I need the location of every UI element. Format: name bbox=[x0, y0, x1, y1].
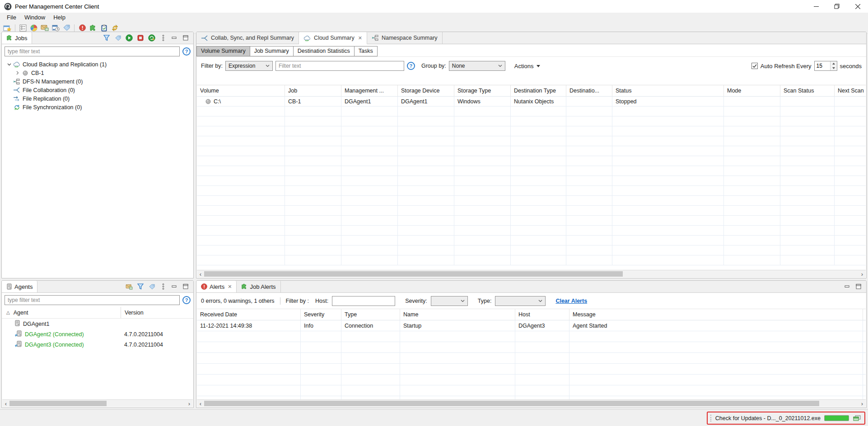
agents-hscrollbar[interactable]: ‹ › bbox=[2, 399, 193, 407]
agent-row-dgagent3-connected[interactable]: DGAgent3 (Connected)4.7.0.20211004 bbox=[2, 339, 193, 350]
editor-filter-text-input[interactable] bbox=[275, 61, 404, 71]
maximize-view-icon[interactable] bbox=[182, 282, 190, 291]
col-destination-type[interactable]: Destination Type bbox=[511, 85, 566, 96]
col-received-date[interactable]: Received Date bbox=[197, 309, 301, 320]
subtab-destination-statistics[interactable]: Destination Statistics bbox=[294, 46, 355, 56]
tree-collapse-icon[interactable] bbox=[5, 63, 13, 66]
col-status[interactable]: Status bbox=[612, 85, 724, 96]
subtab-job-summary[interactable]: Job Summary bbox=[250, 46, 294, 56]
tree-item-cb-1[interactable]: CB-1 bbox=[2, 69, 193, 77]
col-storage-type[interactable]: Storage Type bbox=[454, 85, 511, 96]
maximize-view-icon[interactable] bbox=[854, 282, 863, 291]
alerts-tab-job-alerts[interactable]: Job Alerts bbox=[237, 281, 280, 292]
menu-window[interactable]: Window bbox=[20, 13, 49, 22]
subtab-tasks[interactable]: Tasks bbox=[355, 46, 378, 56]
run-in-background-icon[interactable] bbox=[853, 415, 861, 422]
refresh-seconds-input[interactable] bbox=[815, 61, 830, 70]
agent-row-dgagent1[interactable]: DGAgent1 bbox=[2, 319, 193, 329]
new-job-icon[interactable] bbox=[2, 23, 12, 32]
cell-scan-status[interactable] bbox=[780, 97, 835, 106]
table-row[interactable]: C:\CB-1DGAgent1DGAgent1WindowsNutanix Ob… bbox=[197, 97, 866, 106]
editor-tab-collab-sync-and-repl-summary[interactable]: Collab, Sync, and Repl Summary bbox=[196, 32, 299, 44]
host-filter-input[interactable] bbox=[332, 296, 395, 306]
tree-expand-icon[interactable] bbox=[14, 71, 21, 75]
filter-funnel-icon[interactable] bbox=[103, 34, 111, 42]
actions-menu-button[interactable]: Actions bbox=[514, 63, 541, 69]
minimize-view-icon[interactable] bbox=[843, 282, 851, 291]
start-icon[interactable] bbox=[125, 34, 133, 42]
cell-next-scan[interactable] bbox=[835, 97, 866, 106]
col-storage-device[interactable]: Storage Device bbox=[398, 85, 454, 96]
col-management[interactable]: Management ... bbox=[341, 85, 398, 96]
tree-item-cloud-backup-and-replication-1[interactable]: Cloud Backup and Replication (1) bbox=[2, 60, 193, 69]
scroll-left-icon[interactable]: ‹ bbox=[2, 400, 9, 407]
tag-icon[interactable] bbox=[114, 34, 122, 42]
scroll-left-icon[interactable]: ‹ bbox=[197, 271, 204, 278]
col-mode[interactable]: Mode bbox=[724, 85, 780, 96]
view-menu-icon[interactable] bbox=[159, 282, 167, 291]
tree-item-dfs-n-management-0[interactable]: DFS-N Management (0) bbox=[2, 77, 193, 86]
preferences-icon[interactable] bbox=[18, 23, 28, 32]
spinner-up-icon[interactable] bbox=[831, 61, 837, 66]
minimize-view-icon[interactable] bbox=[170, 34, 178, 42]
col-type[interactable]: Type bbox=[341, 309, 400, 320]
cell-message[interactable]: Agent Started bbox=[569, 320, 863, 331]
schedule-icon[interactable] bbox=[51, 23, 61, 32]
type-select[interactable] bbox=[495, 296, 546, 306]
email-alerts-icon[interactable] bbox=[125, 282, 133, 291]
group-by-select[interactable]: None bbox=[449, 61, 505, 71]
dashboard-icon[interactable] bbox=[29, 23, 39, 32]
restore-window-button[interactable] bbox=[826, 0, 847, 13]
alerts-hscrollbar[interactable]: ‹ › bbox=[197, 399, 866, 407]
col-severity[interactable]: Severity bbox=[301, 309, 341, 320]
cell-mode[interactable] bbox=[724, 97, 780, 106]
cell-host[interactable]: DGAgent3 bbox=[515, 320, 569, 331]
tree-item-file-replication-0[interactable]: File Replication (0) bbox=[2, 94, 193, 103]
tree-item-file-collaboration-0[interactable]: File Collaboration (0) bbox=[2, 86, 193, 94]
view-menu-icon[interactable] bbox=[159, 34, 167, 42]
cell-storage-type[interactable]: Windows bbox=[454, 97, 511, 106]
col-next-scan[interactable]: Next Scan bbox=[835, 85, 866, 96]
maximize-view-icon[interactable] bbox=[182, 34, 190, 42]
clear-alerts-link[interactable]: Clear Alerts bbox=[555, 298, 587, 304]
tasks-icon[interactable] bbox=[99, 23, 109, 32]
cell-storage-device[interactable]: DGAgent1 bbox=[398, 97, 454, 106]
tab-agents[interactable]: Agents bbox=[2, 281, 37, 292]
table-row[interactable]: 11-12-2021 14:49:38InfoConnectionStartup… bbox=[197, 320, 866, 331]
jobs-help-icon[interactable]: ? bbox=[182, 47, 191, 56]
col-host[interactable]: Host bbox=[515, 309, 569, 320]
alerts-tab-alerts[interactable]: Alerts✕ bbox=[196, 281, 237, 292]
agents-filter-input[interactable] bbox=[5, 295, 180, 305]
agents-col-agent[interactable]: △ Agent bbox=[2, 310, 121, 316]
severity-select[interactable] bbox=[431, 296, 468, 306]
cell-destination-type[interactable]: Nutanix Objects bbox=[511, 97, 566, 106]
cell-severity[interactable]: Info bbox=[301, 320, 341, 331]
col-volume[interactable]: Volume bbox=[197, 85, 285, 96]
scroll-right-icon[interactable]: › bbox=[859, 400, 866, 407]
menu-file[interactable]: File bbox=[3, 13, 20, 22]
email-alerts-icon[interactable] bbox=[40, 23, 50, 32]
col-destinatio[interactable]: Destinatio... bbox=[566, 85, 612, 96]
tags-icon[interactable] bbox=[61, 23, 71, 32]
editor-tab-namespace-summary[interactable]: Namespace Summary bbox=[367, 32, 443, 44]
close-window-button[interactable] bbox=[847, 0, 868, 13]
subtab-volume-summary[interactable]: Volume Summary bbox=[196, 46, 250, 56]
cell-received-date[interactable]: 11-12-2021 14:49:38 bbox=[197, 320, 301, 331]
scroll-right-icon[interactable]: › bbox=[859, 271, 866, 278]
col-message[interactable]: Message bbox=[569, 309, 863, 320]
menu-help[interactable]: Help bbox=[49, 13, 70, 22]
refresh-seconds-stepper[interactable] bbox=[814, 61, 837, 71]
editor-hscrollbar[interactable]: ‹ › bbox=[197, 270, 866, 278]
tab-jobs[interactable]: Jobs bbox=[2, 32, 32, 44]
restart-icon[interactable] bbox=[148, 34, 156, 42]
cell-job[interactable]: CB-1 bbox=[285, 97, 341, 106]
cell-volume[interactable]: C:\ bbox=[197, 97, 285, 106]
editor-help-icon[interactable]: ? bbox=[407, 62, 415, 70]
col-name[interactable]: Name bbox=[400, 309, 515, 320]
refresh-icon[interactable] bbox=[110, 23, 120, 32]
col-job[interactable]: Job bbox=[285, 85, 341, 96]
auto-refresh-checkbox[interactable] bbox=[751, 63, 758, 69]
minimize-window-button[interactable] bbox=[806, 0, 826, 13]
cell-destinatio[interactable] bbox=[566, 97, 612, 106]
cell-management[interactable]: DGAgent1 bbox=[341, 97, 398, 106]
